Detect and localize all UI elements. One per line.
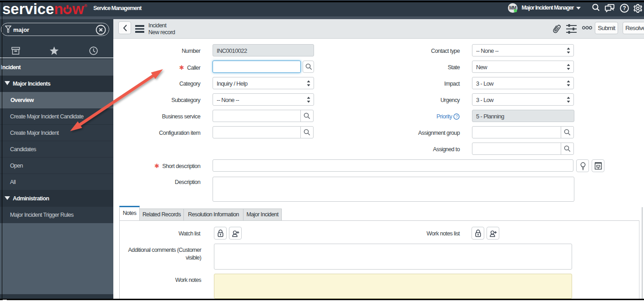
svg-text:?: ? bbox=[456, 114, 458, 119]
svg-text:?: ? bbox=[623, 5, 626, 11]
